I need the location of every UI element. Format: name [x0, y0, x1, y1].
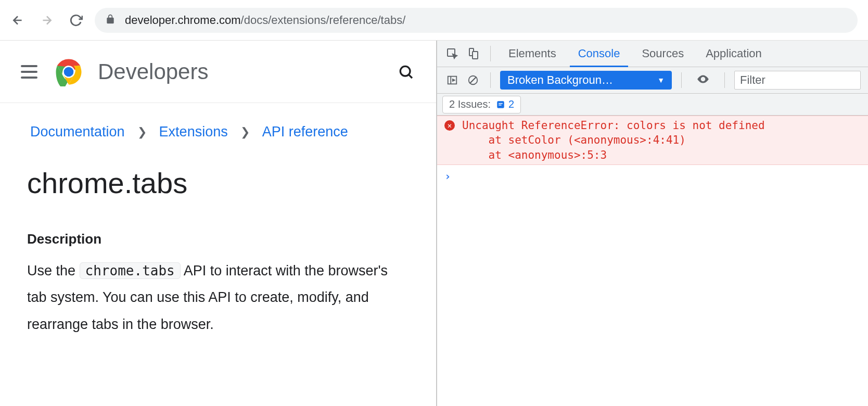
- tab-console[interactable]: Console: [570, 41, 629, 67]
- clear-console-icon[interactable]: [465, 72, 481, 88]
- chrome-logo-icon: [54, 57, 83, 86]
- error-icon: ✕: [444, 120, 455, 131]
- address-bar[interactable]: developer.chrome.com/docs/extensions/ref…: [95, 8, 858, 33]
- devtools-tabs: Elements Console Sources Application: [437, 41, 868, 67]
- breadcrumb-api-reference[interactable]: API reference: [262, 124, 348, 140]
- forward-button[interactable]: [40, 13, 54, 28]
- filter-input[interactable]: Filter: [734, 71, 861, 90]
- url-host: developer.chrome.com: [125, 14, 241, 27]
- issues-label: 2 Issues:: [449, 98, 491, 110]
- page-header: Developers: [0, 41, 436, 103]
- console-prompt[interactable]: ›: [437, 165, 868, 188]
- divider: [490, 72, 491, 88]
- svg-rect-12: [499, 105, 501, 106]
- chevron-right-icon: ❯: [240, 125, 250, 139]
- reload-button[interactable]: [69, 13, 83, 28]
- breadcrumb-extensions[interactable]: Extensions: [159, 124, 228, 140]
- issues-bar: 2 Issues: 2: [437, 94, 868, 116]
- url-path: /docs/extensions/reference/tabs/: [241, 14, 406, 27]
- console-output[interactable]: ✕ Uncaught ReferenceError: colors is not…: [437, 116, 868, 406]
- brand-title: Developers: [98, 59, 208, 84]
- svg-line-9: [470, 77, 477, 84]
- url-text: developer.chrome.com/docs/extensions/ref…: [125, 14, 405, 27]
- menu-button[interactable]: [21, 62, 40, 81]
- breadcrumb-documentation[interactable]: Documentation: [30, 124, 125, 140]
- search-button[interactable]: [397, 62, 415, 81]
- description-heading: Description: [0, 231, 436, 247]
- live-expression-icon[interactable]: [691, 72, 715, 88]
- svg-point-3: [400, 66, 410, 76]
- issues-chip[interactable]: 2 Issues: 2: [442, 96, 521, 113]
- chevron-down-icon: ▼: [657, 76, 665, 84]
- error-text: Uncaught ReferenceError: colors is not d…: [462, 118, 765, 162]
- svg-point-2: [64, 67, 74, 77]
- issues-count: 2: [508, 98, 514, 110]
- divider: [681, 72, 682, 88]
- documentation-page: Developers Documentation ❯ Extensions ❯ …: [0, 41, 437, 406]
- back-button[interactable]: [10, 13, 25, 28]
- breadcrumb: Documentation ❯ Extensions ❯ API referen…: [0, 103, 436, 145]
- sidebar-toggle-icon[interactable]: [444, 72, 460, 88]
- context-selector[interactable]: Broken Backgroun… ▼: [500, 71, 672, 90]
- description-pre: Use the: [27, 263, 80, 278]
- devtools-panel: Elements Console Sources Application Bro…: [437, 41, 868, 406]
- inspect-element-icon[interactable]: [444, 46, 460, 61]
- filter-placeholder: Filter: [740, 73, 765, 87]
- svg-rect-6: [473, 52, 478, 59]
- page-title: chrome.tabs: [0, 145, 436, 231]
- nav-group: [10, 13, 83, 28]
- lock-icon: [105, 14, 116, 27]
- console-error-row[interactable]: ✕ Uncaught ReferenceError: colors is not…: [437, 116, 868, 165]
- chevron-right-icon: ❯: [137, 125, 147, 139]
- svg-rect-11: [499, 103, 503, 104]
- browser-toolbar: developer.chrome.com/docs/extensions/ref…: [0, 0, 868, 41]
- description-code: chrome.tabs: [80, 262, 181, 279]
- divider: [724, 72, 725, 88]
- divider: [490, 46, 491, 61]
- issues-badge: 2: [496, 98, 514, 110]
- device-toggle-icon[interactable]: [465, 46, 481, 61]
- tab-application[interactable]: Application: [697, 41, 770, 67]
- context-label: Broken Backgroun…: [507, 73, 613, 87]
- description-body: Use the chrome.tabs API to interact with…: [0, 258, 436, 338]
- tab-elements[interactable]: Elements: [500, 41, 565, 67]
- tab-sources[interactable]: Sources: [633, 41, 692, 67]
- console-toolbar: Broken Backgroun… ▼ Filter: [437, 67, 868, 94]
